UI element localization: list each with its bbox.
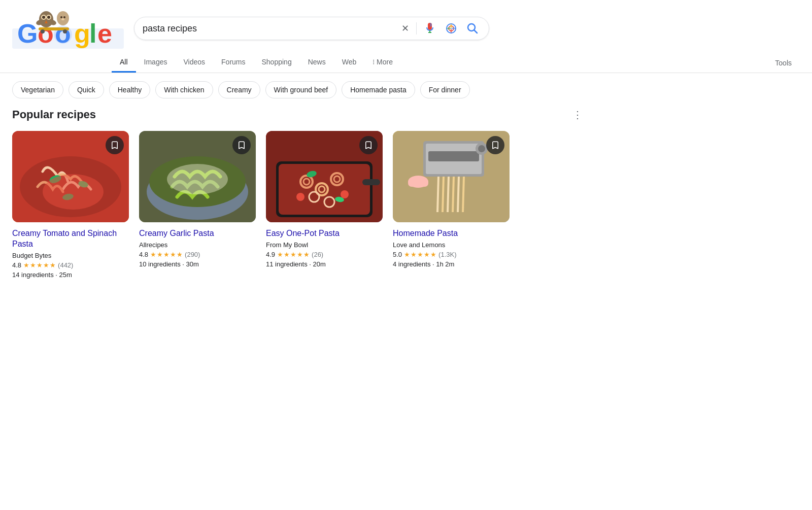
- header: G o o g l e: [0, 0, 812, 53]
- recipe-cards: Creamy Tomato and Spinach Pasta Budget B…: [12, 131, 597, 279]
- recipe-meta-1: 14 ingredients · 25m: [12, 271, 129, 279]
- section-more-button[interactable]: ⋮: [568, 107, 587, 123]
- section-title: Popular recipes: [12, 108, 96, 121]
- clear-button[interactable]: ✕: [399, 21, 411, 36]
- svg-point-21: [61, 18, 64, 20]
- svg-line-66: [453, 177, 454, 212]
- lens-button[interactable]: [443, 20, 459, 37]
- stars-2: ★ ★ ★ ★ ★★: [150, 251, 183, 258]
- svg-text:e: e: [97, 19, 112, 48]
- svg-point-12: [47, 16, 50, 19]
- recipe-source-3: From My Bowl: [266, 241, 383, 249]
- svg-point-40: [167, 164, 228, 194]
- chip-with-ground-beef[interactable]: With ground beef: [265, 81, 337, 98]
- svg-rect-56: [362, 179, 380, 185]
- review-count-2: (290): [185, 251, 200, 258]
- recipe-source-2: Allrecipes: [139, 241, 256, 249]
- recipe-source-1: Budget Bytes: [12, 252, 129, 259]
- svg-line-65: [448, 177, 449, 212]
- chip-for-dinner[interactable]: For dinner: [420, 81, 470, 98]
- recipe-rating-row-3: 4.9 ★ ★ ★ ★ ★★ (26): [266, 251, 383, 258]
- stars-1: ★ ★ ★ ★ ★★: [23, 261, 56, 269]
- recipe-image-4: [393, 131, 510, 222]
- nav-tabs: All Images Videos Forums Shopping News W…: [0, 53, 812, 73]
- recipe-title-2[interactable]: Creamy Garlic Pasta: [139, 228, 256, 239]
- tab-news[interactable]: News: [300, 53, 334, 73]
- svg-line-67: [458, 177, 459, 212]
- recipe-rating-row-2: 4.8 ★ ★ ★ ★ ★★ (290): [139, 251, 256, 258]
- lens-icon: [445, 22, 457, 35]
- recipe-meta-4: 4 ingredients · 1h 2m: [393, 260, 510, 268]
- svg-line-68: [463, 177, 464, 212]
- review-count-1: (442): [58, 261, 73, 269]
- stars-3: ★ ★ ★ ★ ★★: [277, 251, 310, 258]
- bookmark-button-2[interactable]: [232, 136, 251, 154]
- svg-point-62: [478, 145, 485, 152]
- recipe-title-1[interactable]: Creamy Tomato and Spinach Pasta: [12, 228, 129, 250]
- recipe-meta-2: 10 ingredients · 30m: [139, 260, 256, 268]
- bookmark-icon-3: [364, 141, 373, 150]
- tab-all[interactable]: All: [112, 53, 136, 73]
- chip-healthy[interactable]: Healthy: [109, 81, 150, 98]
- svg-rect-70: [408, 179, 428, 187]
- popular-recipes-section: Popular recipes ⋮: [12, 107, 597, 279]
- recipe-image-2: [139, 131, 256, 222]
- search-input[interactable]: pasta recipes: [143, 23, 393, 34]
- svg-text:g: g: [74, 19, 90, 48]
- tab-more[interactable]: ⁝ More: [364, 53, 401, 73]
- section-header: Popular recipes ⋮: [12, 107, 597, 123]
- chip-vegetarian[interactable]: Vegetarian: [12, 81, 63, 98]
- svg-point-20: [63, 16, 65, 18]
- recipe-source-4: Love and Lemons: [393, 241, 510, 249]
- svg-point-11: [42, 16, 45, 19]
- svg-line-63: [437, 177, 438, 212]
- rating-num-2: 4.8: [139, 251, 148, 258]
- svg-line-64: [443, 177, 444, 212]
- tab-web[interactable]: Web: [334, 53, 365, 73]
- rating-num-4: 5.0: [393, 251, 402, 258]
- bookmark-button-1[interactable]: [106, 136, 124, 154]
- svg-point-8: [39, 11, 53, 27]
- search-icon: [466, 22, 479, 35]
- search-divider: [416, 22, 417, 35]
- svg-point-52: [296, 193, 304, 201]
- bookmark-icon-4: [491, 141, 500, 150]
- nav-tools[interactable]: Tools: [767, 54, 800, 72]
- stars-4: ★ ★ ★ ★ ★: [404, 251, 436, 258]
- svg-rect-60: [428, 151, 479, 161]
- tab-forums[interactable]: Forums: [213, 53, 253, 73]
- chip-homemade-pasta[interactable]: Homemade pasta: [342, 81, 415, 98]
- search-submit-button[interactable]: [464, 20, 481, 37]
- bookmark-button-4[interactable]: [486, 136, 504, 154]
- recipe-card-2[interactable]: Creamy Garlic Pasta Allrecipes 4.8 ★ ★ ★…: [139, 131, 256, 279]
- microphone-button[interactable]: [422, 20, 438, 37]
- recipe-image-1: [12, 131, 129, 222]
- rating-num-1: 4.8: [12, 261, 21, 269]
- recipe-meta-3: 11 ingredients · 20m: [266, 260, 383, 268]
- svg-line-30: [474, 30, 477, 33]
- search-bar[interactable]: pasta recipes ✕: [134, 17, 489, 40]
- tab-videos[interactable]: Videos: [175, 53, 213, 73]
- chip-with-chicken[interactable]: With chicken: [155, 81, 213, 98]
- recipe-card-4[interactable]: Homemade Pasta Love and Lemons 5.0 ★ ★ ★…: [393, 131, 510, 279]
- bookmark-button-3[interactable]: [359, 136, 378, 154]
- recipe-title-3[interactable]: Easy One-Pot Pasta: [266, 228, 383, 239]
- svg-text:l: l: [89, 19, 96, 48]
- chip-quick[interactable]: Quick: [69, 81, 104, 98]
- search-bar-icons: ✕: [399, 20, 481, 37]
- svg-point-24: [63, 29, 67, 33]
- tab-images[interactable]: Images: [136, 53, 176, 73]
- svg-point-19: [60, 16, 62, 18]
- google-logo-area: G o o g l e: [12, 8, 124, 49]
- svg-text:G: G: [17, 19, 38, 48]
- recipe-title-4[interactable]: Homemade Pasta: [393, 228, 510, 239]
- svg-point-36: [43, 174, 104, 210]
- tab-shopping[interactable]: Shopping: [254, 53, 300, 73]
- chip-creamy[interactable]: Creamy: [218, 81, 260, 98]
- google-doodle: G o o g l e: [12, 8, 124, 49]
- recipe-image-3: [266, 131, 383, 222]
- recipe-card-3[interactable]: Easy One-Pot Pasta From My Bowl 4.9 ★ ★ …: [266, 131, 383, 279]
- svg-point-23: [41, 29, 45, 33]
- recipe-card-1[interactable]: Creamy Tomato and Spinach Pasta Budget B…: [12, 131, 129, 279]
- review-count-3: (26): [312, 251, 323, 258]
